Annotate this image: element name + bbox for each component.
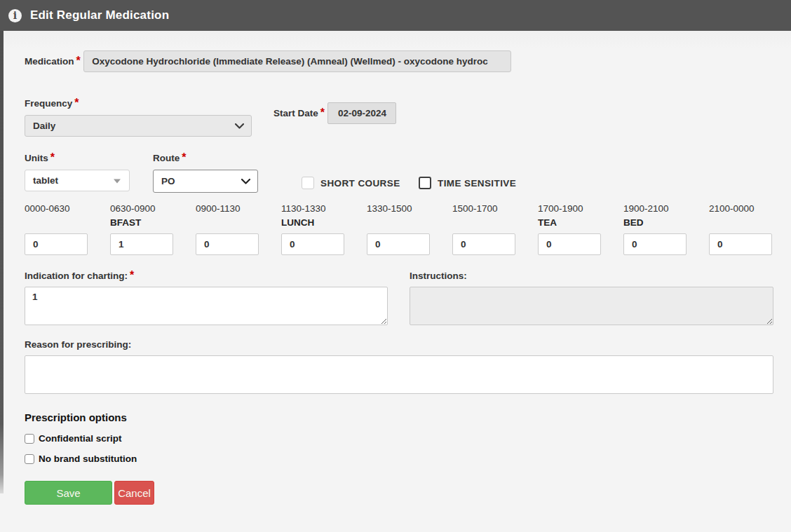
units-field-group: Units* tablet: [25, 151, 153, 191]
time-sensitive-label: TIME SENSITIVE: [438, 178, 516, 189]
indication-textarea[interactable]: 1: [25, 287, 388, 325]
no-brand-substitution-option: No brand substitution: [25, 453, 773, 464]
timeslot-sublabel: BFAST: [110, 217, 196, 233]
timeslot-range-label: 1900-2100: [623, 203, 709, 217]
reason-field-group: Reason for prescribing:: [25, 338, 773, 394]
route-field-group: Route* PO: [153, 151, 280, 193]
units-label: Units: [25, 153, 48, 163]
timeslot-range-label: 2100-0000: [709, 203, 772, 217]
confidential-script-label: Confidential script: [39, 433, 122, 444]
timeslot-range-label: 0900-1130: [196, 203, 281, 217]
required-asterisk: *: [74, 97, 79, 109]
indication-field-group: Indication for charting:* 1: [25, 269, 388, 325]
medication-field-group: Medication*: [25, 44, 773, 72]
timeslot-sublabel: [25, 217, 110, 233]
timeslot-dose-input[interactable]: [709, 233, 772, 255]
timeslot-sublabel: BED: [623, 217, 709, 233]
confidential-script-option: Confidential script: [25, 433, 773, 444]
confidential-script-checkbox[interactable]: [25, 434, 34, 444]
timeslot-sublabel: [367, 217, 452, 233]
timeslot-range-label: 1330-1500: [367, 203, 452, 217]
timeslot-range-label: 1130-1330: [281, 203, 367, 217]
timeslot-column: 0000-0630: [25, 203, 110, 255]
info-icon: i: [8, 9, 22, 22]
time-slot-grid: 0000-0630 0630-0900 BFAST 0900-1130 1130…: [25, 203, 773, 255]
reason-textarea[interactable]: [25, 355, 773, 394]
instructions-field-group: Instructions:: [410, 269, 773, 325]
reason-label: Reason for prescribing:: [25, 339, 131, 350]
short-course-option: SHORT COURSE: [302, 177, 419, 189]
required-asterisk: *: [130, 269, 134, 281]
timeslot-range-label: 0630-0900: [110, 203, 196, 217]
time-sensitive-checkbox[interactable]: [419, 177, 431, 189]
chevron-down-icon: [241, 179, 250, 184]
timeslot-dose-input[interactable]: [367, 233, 430, 255]
short-course-checkbox[interactable]: [302, 177, 314, 189]
timeslot-dose-input[interactable]: [110, 233, 173, 255]
medication-input[interactable]: [83, 50, 511, 72]
start-date-label: Start Date: [273, 108, 318, 118]
timeslot-sublabel: LUNCH: [281, 217, 367, 233]
route-label: Route: [153, 153, 180, 163]
instructions-label: Instructions:: [410, 271, 467, 281]
short-course-label: SHORT COURSE: [320, 178, 400, 189]
frequency-field-group: Frequency* Daily: [25, 97, 252, 137]
timeslot-range-label: 1500-1700: [452, 203, 538, 217]
frequency-select[interactable]: Daily: [25, 115, 252, 137]
save-button[interactable]: Save: [25, 481, 112, 505]
start-date-field-group: Start Date*: [273, 97, 396, 137]
chevron-down-icon: [235, 123, 244, 129]
timeslot-column: 1700-1900 TEA: [538, 203, 623, 255]
cancel-button[interactable]: Cancel: [114, 481, 154, 505]
timeslot-column: 1330-1500: [367, 203, 452, 255]
timeslot-column: 0900-1130: [196, 203, 281, 255]
caret-down-icon: [114, 179, 121, 183]
units-select[interactable]: tablet: [25, 170, 130, 191]
route-select[interactable]: PO: [153, 170, 258, 193]
required-asterisk: *: [76, 55, 81, 67]
timeslot-column: 1130-1330 LUNCH: [281, 203, 367, 255]
units-selected-value: tablet: [33, 175, 58, 186]
header-bar: i Edit Regular Medication: [0, 0, 791, 31]
required-asterisk: *: [182, 151, 186, 163]
medication-label: Medication: [25, 56, 74, 67]
timeslot-sublabel: TEA: [538, 217, 623, 233]
timeslot-column: 1500-1700: [452, 203, 538, 255]
no-brand-substitution-label: No brand substitution: [39, 453, 137, 464]
timeslot-dose-input[interactable]: [281, 233, 344, 255]
timeslot-dose-input[interactable]: [452, 233, 515, 255]
timeslot-dose-input[interactable]: [538, 233, 601, 255]
timeslot-dose-input[interactable]: [196, 233, 259, 255]
frequency-label: Frequency: [25, 98, 72, 109]
timeslot-sublabel: [709, 217, 772, 233]
timeslot-sublabel: [452, 217, 538, 233]
timeslot-dose-input[interactable]: [25, 233, 88, 255]
timeslot-range-label: 1700-1900: [538, 203, 623, 217]
instructions-textarea: [410, 287, 773, 325]
prescription-options-heading: Prescription options: [25, 411, 773, 423]
time-sensitive-option: TIME SENSITIVE: [419, 177, 516, 189]
route-selected-value: PO: [161, 176, 175, 186]
required-asterisk: *: [50, 151, 55, 163]
edit-medication-form: Medication* Frequency* Daily Start Date*…: [0, 31, 791, 505]
frequency-selected-value: Daily: [33, 121, 55, 131]
start-date-input[interactable]: [327, 102, 396, 124]
timeslot-column: 1900-2100 BED: [623, 203, 709, 255]
no-brand-substitution-checkbox[interactable]: [25, 454, 34, 464]
required-asterisk: *: [320, 107, 325, 118]
timeslot-sublabel: [196, 217, 281, 233]
timeslot-range-label: 0000-0630: [25, 203, 110, 217]
timeslot-column: 0630-0900 BFAST: [110, 203, 196, 255]
timeslot-dose-input[interactable]: [623, 233, 687, 255]
indication-label: Indication for charting:: [25, 271, 128, 281]
page-title: Edit Regular Medication: [30, 8, 169, 22]
timeslot-column: 2100-0000: [709, 203, 772, 255]
